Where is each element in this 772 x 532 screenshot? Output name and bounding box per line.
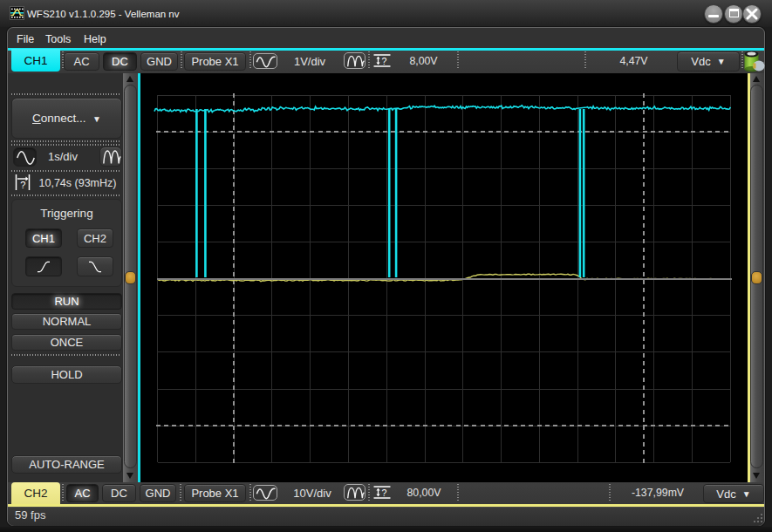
svg-text:?: ? (20, 180, 25, 190)
svg-text:?: ? (382, 488, 387, 498)
svg-text:?: ? (382, 56, 387, 66)
